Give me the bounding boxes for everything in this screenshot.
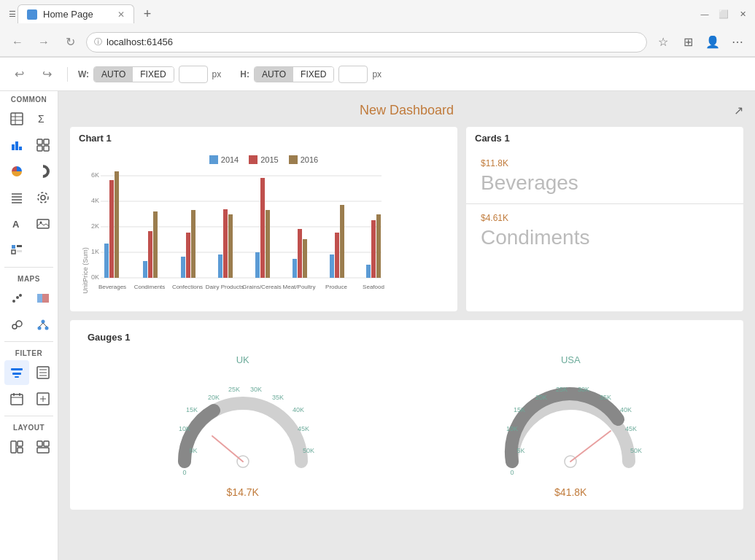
gauge-usa-value: $41.8K (554, 486, 586, 498)
height-input[interactable] (338, 66, 368, 83)
width-auto-btn[interactable]: AUTO (94, 67, 133, 82)
gauge-uk-value: $14.7K (227, 486, 259, 498)
panels-row: Chart 1 2014 2015 (70, 127, 743, 311)
card1-label: Beverages (481, 171, 729, 195)
tab-close-btn[interactable]: ✕ (117, 9, 125, 20)
svg-rect-52 (11, 441, 16, 453)
h-label: H: (240, 69, 249, 79)
svg-point-18 (38, 192, 48, 203)
svg-point-27 (16, 296, 19, 299)
refresh-btn[interactable]: ↻ (60, 32, 80, 52)
svg-text:Beverages: Beverages (98, 284, 126, 290)
favorites-btn[interactable]: ☆ (653, 32, 673, 52)
height-fixed-btn[interactable]: FIXED (293, 67, 333, 82)
svg-rect-79 (228, 214, 233, 278)
bar-chart-icon[interactable] (4, 133, 29, 158)
close-btn[interactable]: ✕ (737, 9, 748, 19)
svg-rect-80 (255, 252, 260, 278)
more-btn[interactable]: ⋯ (727, 32, 748, 52)
svg-rect-29 (37, 294, 42, 303)
bubble-icon[interactable] (4, 312, 29, 337)
url-bar[interactable]: ⓘ localhost:61456 (86, 32, 647, 52)
layout-grid-icon[interactable] (4, 435, 29, 459)
redo-btn[interactable]: ↪ (36, 64, 57, 85)
layout-split-icon[interactable] (31, 435, 55, 459)
svg-rect-90 (371, 220, 376, 278)
legend-2014: 2014 (209, 155, 239, 164)
back-btn[interactable]: ← (7, 32, 28, 52)
svg-text:30K: 30K (578, 386, 589, 393)
svg-rect-39 (12, 373, 21, 375)
svg-rect-73 (153, 211, 158, 278)
filter-list-icon[interactable] (31, 360, 55, 385)
filter-box-icon[interactable] (31, 386, 55, 411)
sidebar-toggle-btn[interactable]: ☰ (7, 9, 18, 19)
legend-2015: 2015 (249, 155, 278, 164)
svg-rect-81 (260, 178, 265, 278)
forward-btn[interactable]: → (34, 32, 54, 52)
height-auto-btn[interactable]: AUTO (255, 67, 293, 82)
svg-rect-25 (17, 250, 22, 252)
sigma-icon[interactable]: Σ (31, 106, 55, 131)
minimize-btn[interactable]: — (700, 9, 710, 19)
profile-btn[interactable]: 👤 (702, 32, 723, 52)
legend-2016-color (289, 155, 298, 164)
browser-action-buttons: ☆ ⊞ 👤 ⋯ (653, 32, 748, 52)
share-icon[interactable]: ↗ (734, 104, 743, 117)
svg-text:40K: 40K (620, 406, 632, 413)
image-icon[interactable] (31, 211, 55, 236)
svg-text:20K: 20K (208, 394, 220, 401)
gauge-icon[interactable] (31, 133, 55, 158)
card1-value: $11.8K (481, 158, 729, 168)
settings-wheel-icon[interactable] (31, 185, 55, 210)
svg-rect-86 (330, 254, 334, 278)
svg-rect-0 (11, 113, 23, 125)
svg-text:5K: 5K (189, 447, 197, 454)
svg-rect-54 (18, 448, 23, 453)
new-tab-btn[interactable]: + (137, 4, 158, 24)
list-icon[interactable] (4, 185, 29, 210)
chart-container: 2014 2015 2016 Unit (70, 149, 457, 311)
svg-rect-87 (335, 233, 339, 278)
text-icon[interactable]: A (4, 211, 29, 236)
toolbar-divider-1 (67, 67, 68, 82)
svg-rect-10 (37, 146, 42, 151)
scatter-icon[interactable] (4, 286, 29, 311)
cards1-title: Cards 1 (466, 127, 743, 149)
width-fixed-btn[interactable]: FIXED (133, 67, 173, 82)
network-icon[interactable] (31, 312, 55, 337)
sidebar-divider-maps (4, 267, 53, 268)
filter-dropdown-icon[interactable] (4, 360, 29, 385)
w-label: W: (78, 69, 89, 79)
gauges-panel: Gauges 1 UK 0 (70, 320, 743, 510)
maps-tools (0, 284, 58, 338)
svg-text:Confections: Confections (172, 284, 203, 290)
width-toggle[interactable]: AUTO FIXED (93, 66, 174, 82)
layout-tools (0, 433, 58, 461)
data-icon[interactable] (4, 238, 29, 262)
svg-rect-6 (15, 141, 18, 150)
date-filter-icon[interactable] (4, 386, 29, 411)
collections-btn[interactable]: ⊞ (678, 32, 698, 52)
svg-text:35K: 35K (272, 394, 284, 401)
maximize-btn[interactable]: ⬜ (719, 9, 729, 19)
gauges-row: UK 0 5K 10K 15K (79, 349, 735, 504)
browser-titlebar: ☰ Home Page ✕ + — ⬜ ✕ ← → ↻ ⓘ localhost:… (0, 0, 755, 58)
table-icon[interactable] (4, 106, 29, 131)
height-toggle[interactable]: AUTO FIXED (254, 66, 334, 82)
pie-chart-icon[interactable] (4, 159, 29, 184)
svg-rect-77 (218, 254, 222, 278)
svg-text:4K: 4K (91, 197, 99, 204)
donut-icon[interactable] (31, 159, 55, 184)
active-tab[interactable]: Home Page ✕ (18, 4, 134, 23)
map-icon[interactable] (31, 286, 55, 311)
svg-rect-75 (186, 233, 190, 278)
card-beverages: $11.8K Beverages (466, 149, 743, 204)
svg-text:45K: 45K (625, 425, 637, 432)
svg-rect-30 (42, 294, 49, 303)
undo-btn[interactable]: ↩ (9, 64, 29, 85)
svg-text:10K: 10K (506, 425, 518, 432)
svg-text:10K: 10K (179, 425, 190, 432)
width-input[interactable] (179, 66, 208, 83)
svg-text:5K: 5K (517, 447, 525, 454)
